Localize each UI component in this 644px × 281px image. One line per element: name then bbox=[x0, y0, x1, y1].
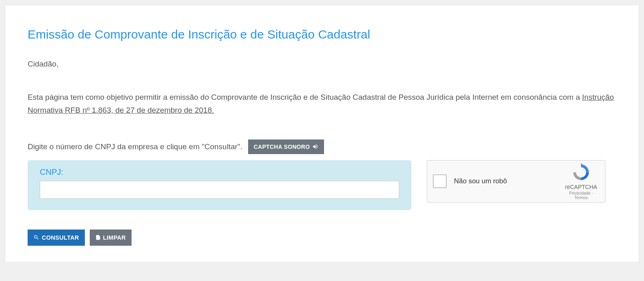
recaptcha-links: Privacidade - Termos bbox=[563, 191, 599, 200]
recaptcha-widget: Não sou um robô reCAPTCHA Privacidade - … bbox=[427, 160, 605, 203]
consultar-button[interactable]: CONSULTAR bbox=[28, 230, 85, 246]
instruction-row: Digite o número de CNPJ da empresa e cli… bbox=[28, 139, 616, 154]
recaptcha-privacy-link[interactable]: Privacidade bbox=[569, 191, 590, 195]
captcha-audio-label: CAPTCHA SONORO bbox=[254, 144, 310, 150]
intro-text: Esta página tem como objetivo permitir a… bbox=[28, 91, 616, 117]
cnpj-label: CNPJ: bbox=[40, 167, 399, 177]
intro-prefix: Esta página tem como objetivo permitir a… bbox=[28, 93, 582, 101]
greeting-text: Cidadão, bbox=[28, 60, 616, 69]
recaptcha-checkbox[interactable] bbox=[433, 174, 447, 188]
recaptcha-branding: reCAPTCHA Privacidade - Termos bbox=[563, 163, 599, 200]
recaptcha-brand: reCAPTCHA bbox=[563, 184, 599, 190]
recaptcha-terms-link[interactable]: Termos bbox=[575, 195, 588, 200]
limpar-button[interactable]: LIMPAR bbox=[90, 230, 132, 246]
consultar-label: CONSULTAR bbox=[42, 234, 79, 241]
recaptcha-icon bbox=[571, 163, 591, 182]
main-card: Emissão de Comprovante de Inscrição e de… bbox=[5, 5, 639, 262]
instruction-text: Digite o número de CNPJ da empresa e cli… bbox=[28, 142, 242, 151]
recaptcha-label: Não sou um robô bbox=[454, 177, 563, 185]
limpar-label: LIMPAR bbox=[103, 234, 126, 241]
cnpj-panel: CNPJ: bbox=[28, 160, 411, 210]
document-icon bbox=[95, 235, 101, 240]
volume-icon bbox=[312, 144, 318, 150]
cnpj-input[interactable] bbox=[40, 181, 399, 199]
page-title: Emissão de Comprovante de Inscrição e de… bbox=[28, 28, 616, 41]
search-icon bbox=[33, 234, 39, 240]
form-row: CNPJ: Não sou um robô reCAPTCHA Privacid… bbox=[28, 160, 616, 210]
captcha-audio-button[interactable]: CAPTCHA SONORO bbox=[248, 139, 324, 154]
action-row: CONSULTAR LIMPAR bbox=[28, 230, 616, 246]
